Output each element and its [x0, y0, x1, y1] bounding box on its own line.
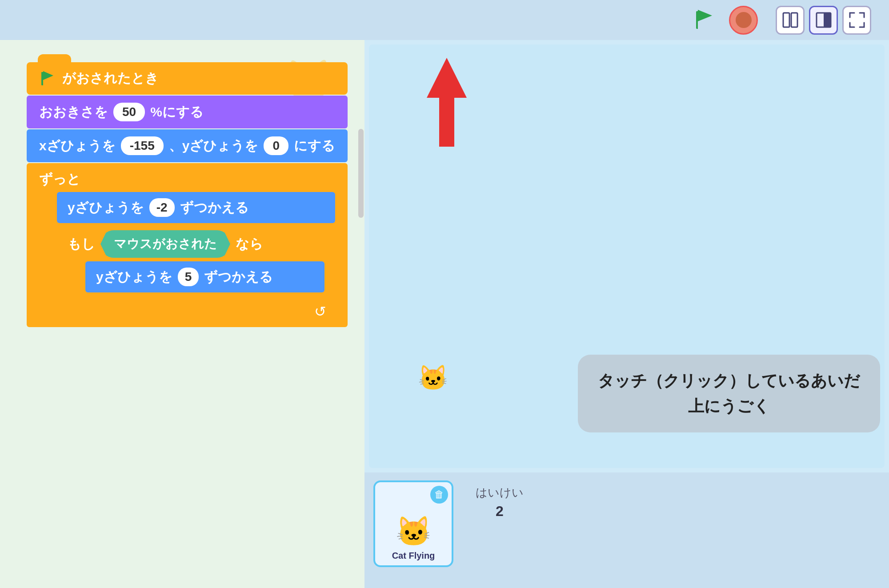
- x-value-pill[interactable]: -155: [121, 136, 164, 155]
- position-x-label: xざひょうを: [39, 137, 116, 155]
- y-change-end-label: ずつかえる: [180, 199, 249, 217]
- hat-block-label: がおされたとき: [62, 69, 159, 88]
- sprite-name-label: Cat Flying: [392, 551, 435, 561]
- green-flag-icon: [693, 9, 716, 31]
- svg-rect-1: [696, 11, 698, 29]
- sprite-icon: 🐱: [396, 515, 432, 548]
- code-scrollbar[interactable]: [358, 129, 364, 218]
- svg-rect-7: [41, 72, 43, 85]
- green-flag-button[interactable]: [689, 4, 720, 36]
- stop-button[interactable]: [729, 6, 758, 35]
- up-arrow-icon: [427, 58, 467, 147]
- stage-info-label: はいけい: [476, 485, 524, 500]
- if-end-label: なら: [236, 235, 263, 253]
- forever-label: ずっと: [39, 172, 80, 186]
- hat-block-wrapper: がおされたとき: [27, 62, 348, 95]
- y-label: 、yざひょうを: [169, 137, 259, 155]
- flag-in-block-icon: [39, 70, 56, 87]
- loop-arrow-icon: ↺: [314, 303, 326, 320]
- if-block[interactable]: もし マウスがおされた なら yざひょうを 5: [57, 224, 335, 300]
- main-area: 🐱 がおされたとき おおきさを 50 %にする: [0, 40, 889, 588]
- loop-inner: yざひょうを -2 ずつかえる もし マウスがおされた なら: [57, 192, 335, 300]
- tooltip-bubble: タッチ（クリック）しているあいだ 上にうごく: [578, 355, 880, 432]
- if-block-header: もし マウスがおされた なら: [68, 230, 324, 258]
- condition-block[interactable]: マウスがおされた: [100, 230, 230, 258]
- size-value-pill[interactable]: 50: [113, 103, 145, 121]
- size-block-label: おおきさを: [39, 103, 108, 121]
- view-buttons: [776, 6, 871, 35]
- y-change-block[interactable]: yざひょうを -2 ずつかえる: [57, 192, 335, 223]
- toolbar: [0, 0, 889, 40]
- svg-marker-8: [427, 58, 467, 147]
- y-change-label: yざひょうを: [68, 199, 144, 217]
- if-label: もし: [68, 235, 95, 253]
- code-area: 🐱 がおされたとき おおきさを 50 %にする: [0, 40, 364, 588]
- stage-canvas: 🐱 タッチ（クリック）しているあいだ 上にうごく: [369, 44, 885, 468]
- stage-info-value: 2: [496, 503, 504, 520]
- split-view-icon: [782, 12, 798, 28]
- sprite-panel: 🗑 🐱 Cat Flying はいけい 2: [364, 472, 889, 588]
- blocks-container: がおされたとき おおきさを 50 %にする xざひょうを -155 、yざひょう…: [27, 62, 348, 328]
- sprite-thumbnail[interactable]: 🗑 🐱 Cat Flying: [373, 480, 453, 567]
- tooltip-line2: 上にうごく: [598, 393, 860, 419]
- size-block[interactable]: おおきさを 50 %にする: [27, 96, 348, 128]
- stage-info: はいけい 2: [476, 485, 524, 520]
- svg-rect-2: [783, 13, 789, 27]
- condition-label: マウスがおされた: [114, 237, 217, 251]
- fullscreen-button[interactable]: [842, 6, 871, 35]
- stage-arrow: [427, 58, 467, 148]
- stage-view-icon: [816, 12, 832, 28]
- loop-end: ↺: [39, 300, 335, 324]
- stage-area: 🐱 タッチ（クリック）しているあいだ 上にうごく 🗑 🐱 Cat Flying …: [364, 40, 889, 588]
- y-change2-value-pill[interactable]: 5: [178, 268, 199, 286]
- svg-rect-5: [824, 13, 831, 27]
- position-end-label: にする: [294, 137, 335, 155]
- y-value-pill[interactable]: 0: [264, 136, 288, 155]
- y-change2-end-label: ずつかえる: [204, 268, 273, 286]
- fullscreen-icon: [849, 12, 865, 28]
- svg-marker-6: [42, 71, 53, 85]
- y-change2-label: yざひょうを: [96, 268, 172, 286]
- size-unit-label: %にする: [150, 103, 204, 121]
- hat-bump: [38, 54, 71, 65]
- svg-marker-0: [697, 10, 712, 29]
- forever-block[interactable]: ずっと yざひょうを -2 ずつかえる もし: [27, 163, 348, 327]
- stage-cat-sprite: 🐱: [418, 364, 449, 392]
- split-view-button[interactable]: [776, 6, 805, 35]
- y-change-value-pill[interactable]: -2: [149, 198, 175, 217]
- tooltip-line1: タッチ（クリック）しているあいだ: [598, 368, 860, 394]
- hat-block[interactable]: がおされたとき: [27, 62, 348, 95]
- y-change2-block[interactable]: yざひょうを 5 ずつかえる: [85, 261, 324, 292]
- position-block[interactable]: xざひょうを -155 、yざひょうを 0 にする: [27, 129, 348, 162]
- stage-view-button[interactable]: [809, 6, 838, 35]
- stop-icon: [736, 12, 752, 28]
- svg-rect-3: [791, 13, 797, 27]
- if-inner: yざひょうを 5 ずつかえる: [85, 261, 324, 292]
- sprite-delete-button[interactable]: 🗑: [430, 486, 448, 504]
